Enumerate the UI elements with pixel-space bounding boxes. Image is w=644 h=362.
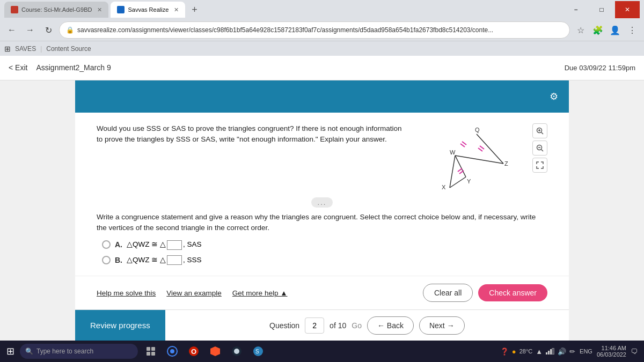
bookmark-saves[interactable]: SAVES — [15, 45, 36, 53]
exit-button[interactable]: < Exit — [9, 63, 27, 72]
tab2-favicon — [117, 6, 125, 13]
back-nav-button[interactable]: ← — [4, 23, 19, 38]
get-more-help-button[interactable]: Get more help ▲ — [232, 289, 288, 297]
question-diagram: Q Z W Y X — [418, 123, 525, 193]
svg-text:S: S — [255, 349, 259, 354]
option-a-label: A. — [115, 240, 122, 249]
chrome-taskbar-icon[interactable] — [163, 342, 182, 361]
part-b-text: Write a congruence statement and give a … — [97, 212, 547, 234]
review-progress-button[interactable]: Review progress — [75, 310, 165, 341]
next-button[interactable]: Next → — [419, 316, 465, 335]
brave-taskbar-icon[interactable] — [206, 342, 225, 361]
svg-line-1 — [455, 156, 503, 164]
svg-point-33 — [234, 349, 239, 354]
tab1-label: Course: Sci-Mr.Adel-G9BD — [21, 6, 92, 13]
steam-taskbar-icon[interactable] — [227, 342, 246, 361]
address-bar[interactable]: 🔒 savvasrealize.com/assignments/viewer/c… — [59, 21, 570, 39]
svg-rect-23 — [147, 347, 150, 351]
answer-options: A. △QWZ ≅ △, SAS B. △QWZ ≅ △, SSS — [102, 240, 547, 265]
wifi-bars-icon — [546, 348, 554, 354]
refresh-button[interactable]: ↻ — [41, 23, 56, 38]
svg-line-0 — [477, 134, 503, 164]
option-a-content: △QWZ ≅ △, SAS — [127, 240, 202, 249]
profile-button[interactable]: 👤 — [608, 23, 623, 38]
content-source-bookmark[interactable]: Content Source — [46, 45, 91, 53]
option-a: A. △QWZ ≅ △, SAS — [102, 240, 547, 249]
svg-line-3 — [450, 177, 466, 188]
svg-line-4 — [450, 156, 455, 188]
svg-point-28 — [170, 349, 174, 353]
forward-nav-button[interactable]: → — [23, 23, 38, 38]
tab-2[interactable]: Savvas Realize ✕ — [111, 2, 185, 18]
help-me-solve-button[interactable]: Help me solve this — [97, 289, 156, 297]
tab2-close[interactable]: ✕ — [174, 6, 179, 13]
of-total: of 10 — [330, 321, 346, 330]
svg-line-11 — [462, 142, 466, 145]
svg-line-14 — [458, 168, 462, 172]
system-tray: ❓ ● 28°C ▲ 🔊 ✏ ENG 11:46 AM 06/03/2022 🗨 — [500, 345, 642, 358]
back-button[interactable]: ← Back — [367, 316, 414, 335]
taskbar: ⊞ 🔍 Type here to search O — [0, 341, 644, 362]
app5-taskbar-icon[interactable]: S — [248, 342, 268, 361]
gear-icon[interactable]: ⚙ — [550, 91, 558, 102]
grid-icon: ⊞ — [4, 45, 11, 53]
view-example-button[interactable]: View an example — [166, 289, 222, 297]
go-button[interactable]: Go — [352, 321, 362, 330]
menu-button[interactable]: ⋮ — [625, 23, 640, 38]
svg-rect-39 — [552, 348, 554, 354]
wifi-icon[interactable]: ▲ — [536, 348, 543, 356]
svg-rect-38 — [550, 349, 552, 354]
clear-all-button[interactable]: Clear all — [423, 284, 473, 302]
start-button[interactable]: ⊞ — [2, 345, 19, 357]
weather-temp: 28°C — [519, 348, 533, 354]
svg-text:O: O — [191, 348, 196, 356]
task-view-button[interactable] — [141, 342, 160, 361]
svg-marker-31 — [210, 346, 220, 356]
question-number-input[interactable] — [305, 317, 324, 334]
volume-icon[interactable]: 🔊 — [558, 348, 566, 356]
maximize-button[interactable]: □ — [589, 1, 614, 18]
close-button[interactable]: ✕ — [615, 1, 640, 18]
svg-text:W: W — [450, 149, 456, 156]
section-divider: ... — [97, 197, 547, 208]
taskbar-search-icon: 🔍 — [25, 348, 33, 355]
battery-icon[interactable]: ● — [512, 348, 516, 356]
svg-text:Y: Y — [467, 178, 471, 184]
expand-button[interactable] — [532, 158, 547, 173]
minimize-button[interactable]: − — [564, 1, 588, 18]
notification-button[interactable]: 🗨 — [631, 348, 638, 356]
extensions-button[interactable]: 🧩 — [590, 23, 605, 38]
svg-line-13 — [480, 146, 484, 149]
radio-a[interactable] — [102, 240, 111, 249]
radio-b[interactable] — [102, 256, 111, 264]
svg-rect-37 — [548, 351, 550, 354]
opera-taskbar-icon[interactable]: O — [184, 342, 203, 361]
svg-line-21 — [541, 149, 544, 151]
language-indicator: ENG — [580, 348, 592, 354]
question-banner: ⚙ — [75, 80, 569, 113]
zoom-out-button[interactable] — [532, 141, 547, 156]
lock-icon: 🔒 — [66, 26, 74, 34]
svg-text:Z: Z — [504, 160, 508, 167]
svg-text:Q: Q — [475, 127, 480, 133]
zoom-in-button[interactable] — [532, 123, 547, 138]
due-date: Due 03/09/22 11:59pm — [565, 64, 635, 72]
option-a-blank — [167, 240, 182, 250]
help-bar: Help me solve this View an example Get m… — [75, 276, 569, 309]
bookmark-divider: | — [40, 45, 42, 53]
pen-icon[interactable]: ✏ — [569, 348, 575, 356]
svg-line-12 — [478, 148, 482, 151]
bottom-nav: Review progress Question of 10 Go ← Back… — [75, 309, 569, 341]
check-answer-button[interactable]: Check answer — [478, 284, 547, 301]
assignment-title: Assignment2_March 9 — [36, 63, 111, 72]
new-tab-button[interactable]: + — [187, 4, 202, 16]
tab-1[interactable]: Course: Sci-Mr.Adel-G9BD ✕ — [4, 2, 108, 18]
bookmark-button[interactable]: ☆ — [573, 23, 588, 38]
question-icon[interactable]: ❓ — [500, 348, 509, 356]
option-b-label: B. — [115, 256, 122, 264]
tab1-close[interactable]: ✕ — [97, 6, 102, 13]
address-text: savvasrealize.com/assignments/viewer/cla… — [77, 26, 493, 34]
svg-rect-26 — [151, 352, 155, 356]
taskbar-search-box[interactable]: 🔍 Type here to search — [20, 344, 138, 359]
svg-rect-24 — [151, 347, 155, 351]
